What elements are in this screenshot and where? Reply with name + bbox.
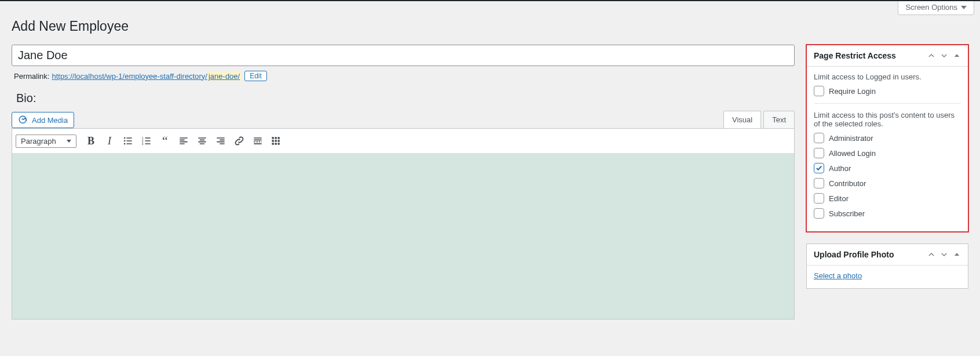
triangle-up-icon — [953, 250, 961, 259]
role-row: Subscriber — [814, 208, 961, 219]
role-label: Subscriber — [829, 209, 865, 218]
numbered-list-button[interactable]: 123 — [138, 132, 155, 150]
role-checkbox[interactable] — [814, 178, 824, 188]
media-icon — [18, 115, 28, 125]
screen-options-label: Screen Options — [905, 3, 957, 12]
role-checkbox[interactable] — [814, 148, 824, 158]
edit-slug-button[interactable]: Edit — [244, 71, 267, 81]
svg-rect-7 — [275, 137, 277, 139]
svg-rect-10 — [275, 140, 277, 141]
align-center-icon — [196, 135, 208, 147]
role-row: Allowed Login — [814, 148, 961, 158]
align-center-button[interactable] — [193, 132, 211, 150]
triangle-up-icon — [953, 52, 961, 60]
chevron-up-icon — [927, 52, 935, 60]
tab-text[interactable]: Text — [763, 111, 795, 128]
bold-button[interactable]: B — [82, 132, 100, 150]
align-left-button[interactable] — [175, 132, 192, 150]
svg-rect-11 — [278, 140, 280, 141]
chevron-down-icon — [67, 140, 71, 143]
svg-rect-12 — [272, 143, 274, 144]
svg-rect-14 — [278, 143, 280, 144]
role-label: Administrator — [829, 134, 873, 143]
toolbar-toggle-icon — [270, 135, 282, 147]
toolbar-toggle-button[interactable] — [268, 132, 285, 150]
divider — [814, 103, 961, 104]
restrict-title: Page Restrict Access — [814, 51, 896, 60]
align-left-icon — [178, 135, 189, 147]
svg-rect-13 — [275, 143, 277, 144]
toggle-panel-button[interactable] — [953, 52, 961, 60]
role-row: Administrator — [814, 133, 961, 143]
toggle-panel-button[interactable] — [953, 250, 961, 259]
link-button[interactable] — [231, 132, 248, 150]
read-more-button[interactable] — [249, 132, 266, 150]
svg-point-1 — [124, 140, 126, 142]
chevron-down-icon — [940, 52, 948, 60]
add-media-label: Add Media — [32, 116, 68, 125]
read-more-icon — [252, 135, 264, 147]
tab-visual[interactable]: Visual — [723, 111, 761, 128]
restrict-desc-2: Limit access to this post's content to u… — [814, 111, 961, 128]
screen-options-button[interactable]: Screen Options — [898, 1, 974, 15]
role-row: Editor — [814, 193, 961, 204]
add-media-button[interactable]: Add Media — [12, 112, 74, 128]
bullet-list-button[interactable] — [119, 132, 137, 150]
upload-profile-photo-box: Upload Profile Photo Select a photo — [806, 244, 968, 289]
move-up-button[interactable] — [927, 52, 935, 60]
photo-title: Upload Profile Photo — [814, 250, 894, 259]
role-row: Author — [814, 163, 961, 173]
svg-point-0 — [124, 137, 126, 139]
role-label: Editor — [829, 194, 849, 203]
svg-rect-6 — [272, 137, 274, 139]
editor: Paragraph B I 123 “ — [12, 128, 795, 319]
permalink-base: https://localhost/wp-1/employee-staff-di… — [52, 72, 207, 81]
role-label: Allowed Login — [829, 149, 876, 158]
role-label: Author — [829, 164, 851, 173]
svg-rect-8 — [278, 137, 280, 139]
format-selected: Paragraph — [21, 137, 56, 146]
editor-toolbar: Paragraph B I 123 “ — [12, 129, 794, 154]
editor-content[interactable] — [12, 154, 794, 319]
bullet-list-icon — [122, 135, 134, 147]
chevron-up-icon — [927, 250, 935, 259]
align-right-button[interactable] — [212, 132, 229, 150]
chevron-down-icon — [961, 6, 967, 9]
permalink-slug: jane-doe/ — [207, 72, 241, 81]
move-down-button[interactable] — [940, 250, 948, 259]
role-checkbox[interactable] — [814, 208, 824, 219]
require-login-label: Require Login — [829, 87, 876, 96]
role-checkbox[interactable] — [814, 193, 824, 204]
align-right-icon — [215, 135, 226, 147]
require-login-checkbox[interactable] — [814, 86, 824, 96]
chevron-down-icon — [940, 250, 948, 259]
move-down-button[interactable] — [940, 52, 948, 60]
page-title: Add New Employee — [12, 19, 968, 34]
role-checkbox[interactable] — [814, 133, 824, 143]
post-title-input[interactable] — [12, 45, 795, 66]
italic-button[interactable]: I — [101, 132, 118, 150]
select-photo-link[interactable]: Select a photo — [814, 271, 862, 280]
numbered-list-icon: 123 — [141, 135, 152, 147]
permalink-link[interactable]: https://localhost/wp-1/employee-staff-di… — [52, 72, 241, 81]
role-checkbox[interactable] — [814, 163, 824, 173]
move-up-button[interactable] — [927, 250, 935, 259]
link-icon — [233, 135, 245, 147]
page-restrict-access-box: Page Restrict Access Limit access to Log… — [806, 45, 968, 232]
svg-text:3: 3 — [142, 142, 144, 146]
format-select[interactable]: Paragraph — [16, 135, 76, 148]
restrict-desc-1: Limit access to Logged in users. — [814, 72, 961, 81]
svg-point-2 — [124, 143, 126, 145]
bio-heading: Bio: — [16, 92, 795, 105]
role-row: Contributor — [814, 178, 961, 188]
blockquote-button[interactable]: “ — [156, 132, 174, 150]
role-label: Contributor — [829, 179, 866, 188]
svg-rect-9 — [272, 140, 274, 141]
permalink-label: Permalink: — [14, 72, 49, 81]
